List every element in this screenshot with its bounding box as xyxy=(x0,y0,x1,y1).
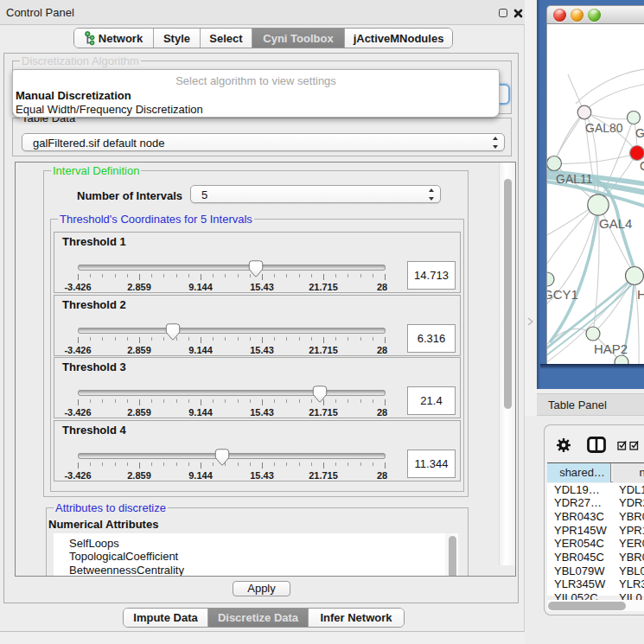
svg-text:GAL80: GAL80 xyxy=(585,121,623,135)
svg-text:HAP2: HAP2 xyxy=(594,341,628,356)
svg-text:GCY1: GCY1 xyxy=(547,287,578,302)
svg-text:C: C xyxy=(640,159,644,173)
svg-text:H: H xyxy=(637,287,644,302)
svg-text:GAL4: GAL4 xyxy=(599,216,632,231)
svg-text:GA: GA xyxy=(635,126,644,140)
svg-text:GAL11: GAL11 xyxy=(556,172,593,186)
